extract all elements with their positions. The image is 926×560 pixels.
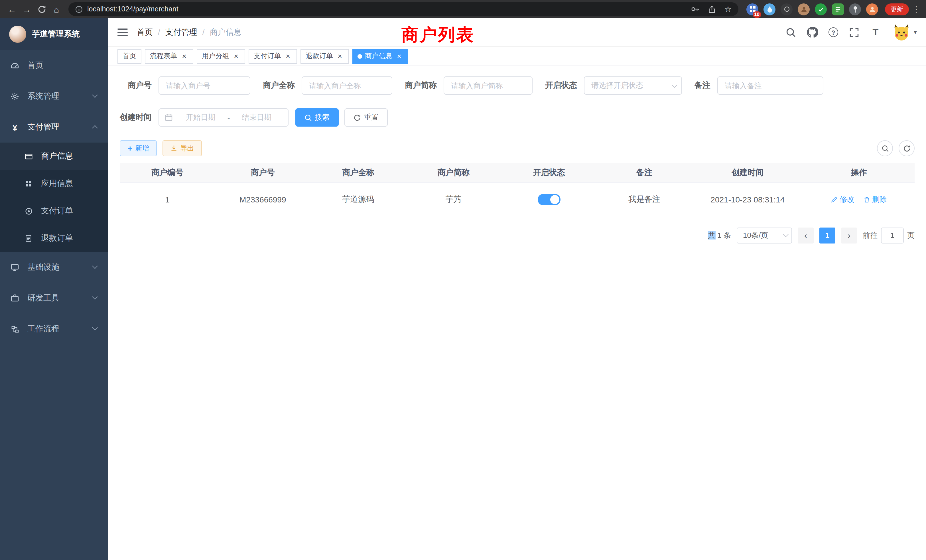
user-menu[interactable]: ▾ [893, 24, 917, 41]
remark-input[interactable] [717, 76, 823, 95]
cell-short-name: 芋艿 [406, 183, 501, 217]
status-toggle[interactable] [537, 194, 560, 205]
prev-page-button[interactable]: ‹ [798, 227, 814, 243]
app-title: 芋道管理系统 [32, 29, 80, 39]
password-key-icon[interactable] [691, 5, 700, 14]
status-label: 开启状态 [545, 80, 584, 91]
sidebar-item-label: 基础设施 [27, 262, 59, 272]
tab-process-form[interactable]: 流程表单 × [145, 49, 193, 64]
back-icon[interactable]: ← [5, 2, 20, 17]
forward-icon[interactable]: → [20, 2, 34, 17]
sidebar-item-workflow[interactable]: 工作流程 [0, 314, 108, 344]
date-end-placeholder: 结束日期 [231, 112, 282, 123]
col-merchant-id: 商户编号 [120, 163, 215, 183]
extension-icon-notes[interactable] [832, 3, 844, 15]
cell-merchant-id: 1 [120, 183, 215, 217]
dashboard-icon [10, 61, 20, 70]
extension-icon-pin[interactable] [849, 3, 861, 15]
chevron-down-icon [92, 325, 98, 330]
help-icon[interactable]: ? [828, 27, 839, 38]
close-icon[interactable]: × [336, 52, 344, 60]
sidebar-item-app-info[interactable]: 应用信息 [0, 170, 108, 197]
cell-full-name: 芋道源码 [310, 183, 406, 217]
extension-icon-grid[interactable]: 10 [746, 3, 758, 15]
tab-user-group[interactable]: 用户分组 × [197, 49, 245, 64]
share-icon[interactable] [708, 5, 716, 14]
url-text: localhost:1024/pay/merchant [87, 5, 691, 13]
sidebar-item-devtools[interactable]: 研发工具 [0, 283, 108, 314]
page-size-select[interactable]: 10条/页 [737, 227, 792, 243]
page-annotation: 商户列表 [401, 23, 474, 47]
col-merchant-no: 商户号 [215, 163, 311, 183]
close-icon[interactable]: × [232, 52, 240, 60]
remark-label: 备注 [694, 80, 717, 91]
tab-home[interactable]: 首页 [118, 49, 141, 64]
page-1-button[interactable]: 1 [819, 227, 835, 243]
extension-icon-dark[interactable] [781, 3, 793, 15]
edit-link[interactable]: 修改 [831, 194, 855, 205]
sidebar-item-system[interactable]: 系统管理 [0, 81, 108, 112]
tab-pay-order[interactable]: 支付订单 × [249, 49, 297, 64]
extension-icon-check[interactable] [815, 3, 827, 15]
close-icon[interactable]: × [395, 52, 403, 60]
app-logo[interactable]: 芋道管理系统 [0, 18, 108, 50]
sidebar-fold-icon[interactable] [118, 29, 128, 36]
sidebar-item-label: 支付管理 [27, 122, 59, 132]
chevron-up-icon [92, 125, 98, 131]
page-content: 商户号 商户全称 商户简称 开启状态 请选择开启状态 [108, 66, 926, 560]
toolbox-icon [10, 294, 20, 303]
tab-merchant-info[interactable]: 商户信息 × [353, 49, 408, 64]
merchant-name-input[interactable] [302, 76, 392, 95]
bookmark-star-icon[interactable]: ☆ [725, 5, 732, 14]
toggle-search-button[interactable] [877, 140, 893, 156]
github-icon[interactable] [806, 27, 818, 38]
chevron-down-icon [92, 294, 98, 300]
export-button[interactable]: 导出 [162, 140, 202, 156]
home-icon[interactable]: ⌂ [49, 2, 64, 17]
gear-icon [10, 92, 20, 101]
breadcrumb-payment[interactable]: 支付管理 [165, 27, 210, 37]
sidebar-item-pay-order[interactable]: 支付订单 [0, 197, 108, 225]
cell-merchant-no: M233666999 [215, 183, 311, 217]
breadcrumb-home[interactable]: 首页 [137, 27, 165, 37]
pagination: 共 1 条 10条/页 ‹ 1 › 前往 页 [120, 227, 915, 243]
merchant-short-input[interactable] [443, 76, 533, 95]
status-select[interactable]: 请选择开启状态 [584, 76, 682, 95]
browser-profile-avatar[interactable] [866, 3, 878, 15]
font-size-icon[interactable]: T [870, 27, 881, 38]
sidebar: 芋道管理系统 首页 系统管理 ¥ 支付管理 [0, 18, 108, 560]
reset-button[interactable]: 重置 [344, 108, 388, 127]
sidebar-item-infra[interactable]: 基础设施 [0, 252, 108, 283]
search-icon[interactable] [785, 27, 797, 38]
goto-page-input[interactable] [881, 227, 904, 243]
sidebar-item-label: 商户信息 [41, 151, 73, 161]
sidebar-item-home[interactable]: 首页 [0, 50, 108, 81]
merchant-no-input[interactable] [159, 76, 250, 95]
browser-menu-icon[interactable]: ⋮ [911, 5, 921, 14]
delete-link[interactable]: 删除 [864, 194, 887, 205]
chevron-down-icon [783, 232, 788, 237]
refresh-button[interactable] [899, 140, 915, 156]
sidebar-item-merchant-info[interactable]: 商户信息 [0, 142, 108, 170]
yen-icon: ¥ [10, 123, 20, 132]
extension-icon-drop[interactable] [764, 3, 775, 15]
fullscreen-icon[interactable] [849, 27, 860, 38]
reload-icon[interactable] [34, 2, 49, 17]
sidebar-item-payment[interactable]: ¥ 支付管理 [0, 112, 108, 142]
browser-toolbar: ← → ⌂ localhost:1024/pay/merchant ☆ [0, 0, 926, 18]
tab-refund-order[interactable]: 退款订单 × [301, 49, 349, 64]
close-icon[interactable]: × [180, 52, 188, 60]
merchant-card-icon [24, 152, 33, 161]
next-page-button[interactable]: › [841, 227, 857, 243]
sidebar-item-label: 工作流程 [27, 324, 59, 334]
browser-update-button[interactable]: 更新 [885, 3, 909, 15]
site-info-icon[interactable] [75, 5, 83, 13]
search-button[interactable]: 搜索 [295, 108, 339, 127]
create-time-range-picker[interactable]: 开始日期 - 结束日期 [159, 108, 289, 127]
add-button[interactable]: + 新增 [120, 140, 157, 156]
target-icon [24, 206, 33, 216]
sidebar-item-refund-order[interactable]: 退款订单 [0, 225, 108, 252]
close-icon[interactable]: × [284, 52, 292, 60]
address-bar[interactable]: localhost:1024/pay/merchant ☆ [68, 2, 738, 16]
extension-icon-avatar[interactable] [798, 3, 809, 15]
